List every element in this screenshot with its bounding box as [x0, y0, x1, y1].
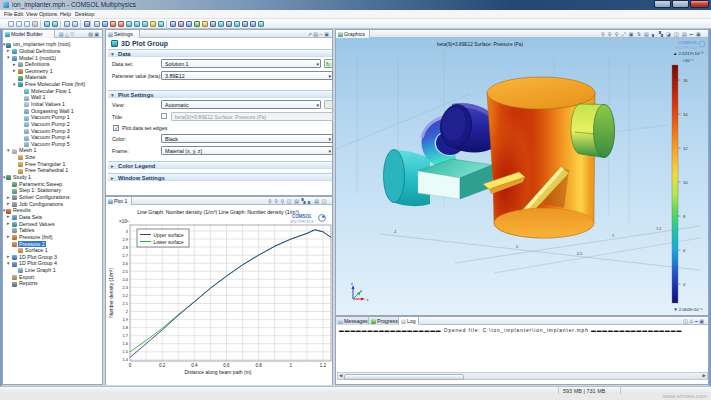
- svg-text:1.2: 1.2: [320, 363, 327, 368]
- svg-text:1.5: 1.5: [656, 226, 662, 231]
- svg-text:2.6: 2.6: [122, 261, 128, 266]
- svg-text:Lower surface: Lower surface: [154, 240, 184, 245]
- svg-text:▼ 2.0609×10⁻⁶: ▼ 2.0609×10⁻⁶: [673, 307, 702, 312]
- svg-text:1.5: 1.5: [122, 349, 128, 354]
- svg-text:×10⁻⁴: ×10⁻⁴: [682, 58, 693, 63]
- svg-text:0.8: 0.8: [255, 363, 262, 368]
- svg-text:10: 10: [683, 180, 688, 185]
- svg-text:2.1: 2.1: [122, 301, 128, 306]
- svg-text:0.2: 0.2: [159, 363, 166, 368]
- svg-text:1.9: 1.9: [122, 317, 128, 322]
- svg-text:MULTIPHYSICS: MULTIPHYSICS: [675, 46, 697, 50]
- svg-text:1.8: 1.8: [122, 325, 128, 330]
- svg-text:Number density (1/m³): Number density (1/m³): [108, 268, 114, 318]
- svg-text:Upper surface: Upper surface: [154, 233, 184, 238]
- svg-text:12: 12: [683, 146, 688, 151]
- svg-text:2.9: 2.9: [122, 237, 128, 242]
- svg-text:2.7: 2.7: [122, 253, 128, 258]
- svg-text:▲ 2.2217×10⁻³: ▲ 2.2217×10⁻³: [673, 51, 704, 56]
- svg-text:x: x: [367, 298, 369, 302]
- svg-text:Distance along beam path (m): Distance along beam path (m): [185, 369, 252, 375]
- svg-text:0.5: 0.5: [577, 251, 583, 256]
- svg-text:2.5: 2.5: [122, 269, 128, 274]
- svg-text:2.2: 2.2: [122, 293, 128, 298]
- svg-text:14: 14: [683, 112, 688, 117]
- svg-text:1.6: 1.6: [122, 341, 128, 346]
- svg-text:1.7: 1.7: [122, 333, 128, 338]
- svg-text:0.4: 0.4: [191, 363, 198, 368]
- svg-text:MULTIPHYSICS: MULTIPHYSICS: [290, 220, 313, 224]
- svg-text:beta(9)=3.89E12 Surface: Pres: beta(9)=3.89E12 Surface: Pressure (Pa): [437, 42, 523, 47]
- svg-text:COMSOL: COMSOL: [678, 40, 698, 45]
- svg-text:2.3: 2.3: [122, 285, 128, 290]
- svg-text:Line Graph: Number density (1/: Line Graph: Number density (1/m³) Line G…: [137, 209, 299, 215]
- svg-text:z: z: [351, 282, 353, 286]
- svg-text:16: 16: [683, 78, 688, 83]
- svg-text:2.4: 2.4: [122, 277, 128, 282]
- svg-text:0.6: 0.6: [223, 363, 230, 368]
- svg-text:y: y: [360, 289, 362, 293]
- svg-text:COMSOL: COMSOL: [292, 214, 312, 219]
- svg-text:×10¹⁷: ×10¹⁷: [119, 219, 130, 224]
- svg-text:2.8: 2.8: [122, 245, 128, 250]
